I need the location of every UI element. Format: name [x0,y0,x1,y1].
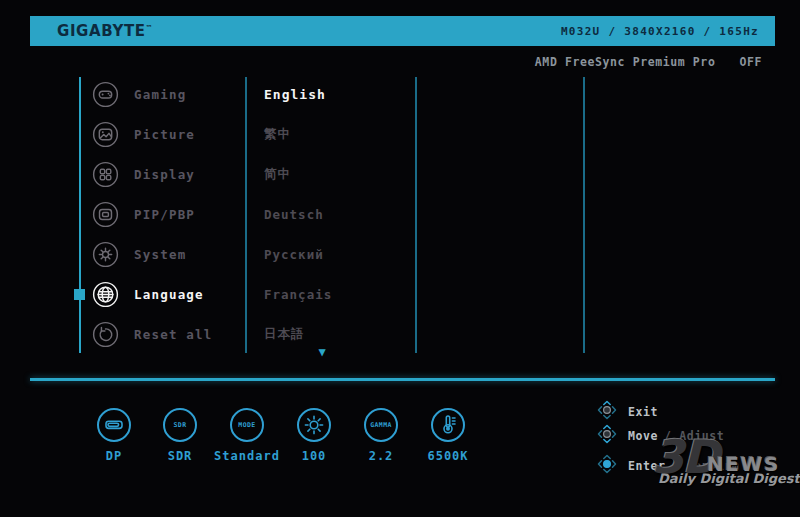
language-option-german[interactable]: Deutsch [264,196,324,232]
sidebar-item-picture[interactable]: Picture [92,116,195,152]
language-option-english[interactable]: English [264,76,326,112]
sidebar-item-label: Picture [134,127,195,142]
monitor-osd-screen: GIGABYTE™ M032U / 3840X2160 / 165Hz AMD … [0,0,800,517]
picture-icon [92,121,119,148]
monitor-info-text: M032U / 3840X2160 / 165Hz [561,25,759,38]
control-hint-enter-confirm: Enter/ Confirm [596,453,739,475]
language-label: English [264,87,326,102]
language-label: Русский [264,247,324,262]
sidebar-item-gaming[interactable]: Gaming [92,76,186,112]
mode-badge-icon: MODE [230,408,264,442]
status-label: 2.2 [369,449,394,463]
control-hint-move-adjust: Move/ Adjust [596,423,724,445]
displayport-icon [97,408,131,442]
pip-icon [92,201,119,228]
status-label: 100 [302,449,327,463]
grid-icon [92,161,119,188]
brand-text: GIGABYTE [57,22,146,40]
dpad-enter-icon [596,453,618,475]
status-separator-line [30,378,775,381]
control-hint-exit: Exit [596,399,664,421]
selected-item-marker [74,289,85,300]
status-label: Standard [214,449,280,463]
sidebar-item-label: Reset all [134,327,213,342]
language-label: 简中 [264,166,291,183]
divider-line [415,77,417,353]
gigabyte-logo: GIGABYTE™ [57,22,153,40]
status-gamma: GAMMA 2.2 [343,408,419,463]
sidebar-item-language[interactable]: Language [92,276,204,312]
status-input-source: DP [76,408,152,463]
status-label: 6500K [427,449,468,463]
language-label: 日本語 [264,326,305,343]
dpad-move-icon [596,423,618,445]
sidebar-item-label: System [134,247,186,262]
status-label: SDR [168,449,193,463]
dpad-exit-icon [596,399,618,421]
color-temp-icon [431,408,465,442]
sidebar-item-label: Language [134,287,204,302]
status-picture-mode: MODE Standard [209,408,285,463]
language-label: Deutsch [264,207,324,222]
language-option-french[interactable]: Français [264,276,332,312]
trademark-symbol: ™ [146,24,154,32]
sidebar-item-label: PIP/PBP [134,207,195,222]
brightness-icon [297,408,331,442]
sdr-badge-icon: SDR [163,408,197,442]
language-label: 繁中 [264,126,291,143]
gamma-badge-icon: GAMMA [364,408,398,442]
language-option-trad-chinese[interactable]: 繁中 [264,116,291,152]
divider-line [245,77,247,353]
sidebar-item-label: Gaming [134,87,186,102]
divider-line [583,77,585,353]
topbar: GIGABYTE™ M032U / 3840X2160 / 165Hz [30,16,775,46]
language-option-japanese[interactable]: 日本語 [264,316,305,352]
status-label: DP [106,449,122,463]
reset-icon [92,321,119,348]
language-option-simp-chinese[interactable]: 简中 [264,156,291,192]
status-brightness: 100 [276,408,352,463]
sidebar-item-label: Display [134,167,195,182]
globe-icon [92,281,119,308]
language-option-russian[interactable]: Русский [264,236,324,272]
status-color-temperature: 6500K [410,408,486,463]
gamepad-icon [92,81,119,108]
scroll-down-icon[interactable]: ▼ [308,344,336,360]
sidebar-item-pip-pbp[interactable]: PIP/PBP [92,196,195,232]
gear-icon [92,241,119,268]
sidebar-accent-line [79,77,81,353]
status-hdr-mode: SDR SDR [142,408,218,463]
freesync-label: AMD FreeSync Premium Pro [535,55,716,69]
sidebar-item-display[interactable]: Display [92,156,195,192]
sidebar-item-reset-all[interactable]: Reset all [92,316,213,352]
freesync-value: OFF [739,55,762,69]
sidebar-item-system[interactable]: System [92,236,186,272]
language-label: Français [264,287,332,302]
freesync-status: AMD FreeSync Premium Pro OFF [535,55,762,69]
